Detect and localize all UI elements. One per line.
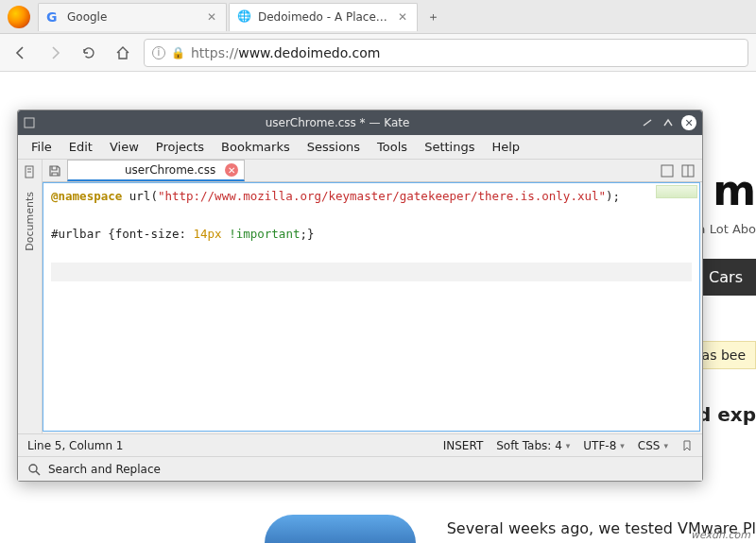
kate-title: userChrome.css * — Kate	[35, 116, 640, 129]
kate-sidebar: Documents	[18, 160, 43, 433]
browser-chrome: G Google ✕ 🌐 Dedoimedo - A Place to Lear…	[0, 0, 756, 72]
kate-titlebar[interactable]: userChrome.css * — Kate ✕	[18, 110, 702, 135]
editor-tab-close-icon[interactable]: ✕	[225, 163, 238, 177]
browser-navbar: i 🔒 https://www.dedoimedo.com	[0, 34, 756, 72]
forward-button[interactable]	[42, 40, 68, 66]
menu-edit[interactable]: Edit	[61, 137, 100, 157]
bookmark-icon[interactable]	[681, 440, 693, 451]
site-favicon-icon: 🌐	[237, 9, 252, 25]
reload-button[interactable]	[76, 40, 102, 66]
search-icon[interactable]	[27, 463, 41, 476]
url-bar[interactable]: i 🔒 https://www.dedoimedo.com	[144, 39, 748, 67]
chevron-down-icon: ▾	[663, 441, 668, 450]
kate-tabbar: userChrome.css ✕	[43, 160, 702, 182]
tab-title: Dedoimedo - A Place to Learn a L	[258, 10, 390, 24]
home-button[interactable]	[110, 40, 136, 66]
sidebar-documents-label[interactable]: Documents	[24, 192, 36, 251]
menu-view[interactable]: View	[102, 137, 146, 157]
lock-icon: 🔒	[171, 46, 185, 59]
menu-file[interactable]: File	[24, 137, 60, 157]
back-button[interactable]	[8, 40, 34, 66]
insert-mode[interactable]: INSERT	[443, 439, 484, 452]
editor-tab-userchrome[interactable]: userChrome.css ✕	[67, 160, 245, 181]
save-icon[interactable]	[43, 160, 67, 181]
split-vertical-icon[interactable]	[681, 164, 695, 178]
split-none-icon[interactable]	[661, 164, 674, 178]
menu-settings[interactable]: Settings	[417, 137, 482, 157]
url-text: https://www.dedoimedo.com	[191, 45, 380, 60]
decorative-pill	[265, 515, 416, 543]
tab-title: Google	[67, 10, 199, 24]
tab-mode[interactable]: Soft Tabs: 4▾	[496, 439, 570, 452]
browser-tab-dedoimedo[interactable]: 🌐 Dedoimedo - A Place to Learn a L ✕	[229, 3, 418, 31]
minimize-button[interactable]	[640, 115, 655, 130]
svg-point-5	[29, 465, 37, 472]
kate-window: userChrome.css * — Kate ✕ File Edit View…	[17, 110, 703, 482]
browser-tabbar: G Google ✕ 🌐 Dedoimedo - A Place to Lear…	[0, 0, 756, 34]
language-mode[interactable]: CSS▾	[638, 439, 668, 452]
menu-bookmarks[interactable]: Bookmarks	[214, 137, 298, 157]
kate-menubar: File Edit View Projects Bookmarks Sessio…	[18, 135, 702, 160]
nav-item-cars[interactable]: Cars	[696, 259, 756, 296]
watermark: wexdh.com	[691, 529, 750, 541]
chevron-down-icon: ▾	[620, 441, 625, 450]
menu-tools[interactable]: Tools	[369, 137, 415, 157]
firefox-logo-icon	[8, 6, 30, 28]
google-favicon-icon: G	[46, 9, 61, 25]
browser-tab-google[interactable]: G Google ✕	[38, 3, 227, 31]
app-menu-icon[interactable]	[24, 117, 35, 128]
kate-statusbar: Line 5, Column 1 INSERT Soft Tabs: 4▾ UT…	[18, 433, 702, 456]
new-tab-button[interactable]: ＋	[420, 8, 446, 25]
search-replace-label[interactable]: Search and Replace	[48, 463, 161, 476]
svg-rect-2	[662, 165, 673, 177]
code-editor[interactable]: @namespace url("http://www.mozilla.org/k…	[43, 182, 700, 432]
tab-close-button[interactable]: ✕	[205, 10, 218, 24]
encoding[interactable]: UTF-8▾	[583, 439, 625, 452]
menu-help[interactable]: Help	[484, 137, 527, 157]
minimap[interactable]	[656, 185, 697, 198]
cursor-position[interactable]: Line 5, Column 1	[27, 439, 124, 452]
svg-rect-0	[25, 118, 34, 127]
menu-projects[interactable]: Projects	[148, 137, 212, 157]
tab-close-button[interactable]: ✕	[396, 10, 409, 24]
svg-line-6	[36, 471, 40, 475]
site-info-icon[interactable]: i	[152, 46, 165, 59]
menu-sessions[interactable]: Sessions	[300, 137, 368, 157]
kate-bottom-panel: Search and Replace	[18, 456, 702, 481]
close-button[interactable]: ✕	[681, 115, 696, 130]
editor-tab-label: userChrome.css	[125, 163, 215, 177]
documents-toggle-icon[interactable]	[24, 165, 37, 178]
maximize-button[interactable]	[661, 115, 676, 130]
chevron-down-icon: ▾	[566, 441, 571, 450]
